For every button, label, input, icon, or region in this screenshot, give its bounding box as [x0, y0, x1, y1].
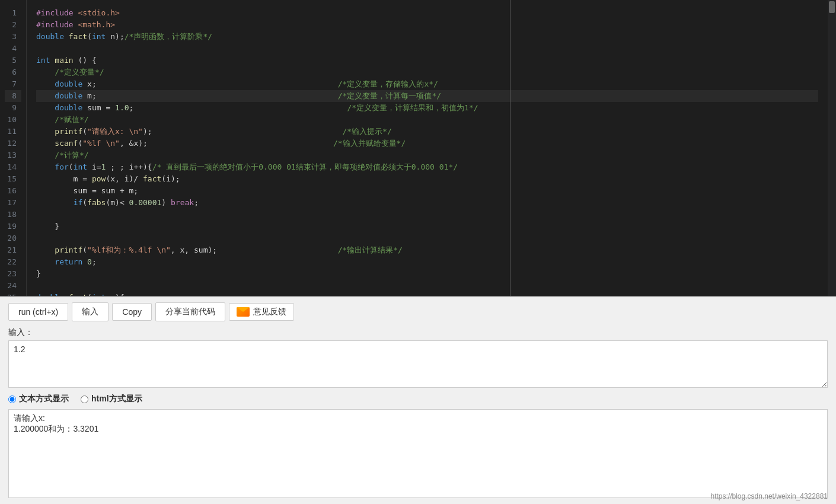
run-button[interactable]: run (ctrl+x) — [8, 303, 68, 321]
code-line-22: return 0; — [36, 256, 818, 268]
line-number-14: 14 — [5, 161, 21, 173]
input-button[interactable]: 输入 — [72, 302, 109, 321]
line-number-11: 11 — [5, 126, 21, 138]
code-line-11: printf("请输入x: \n"); /*输入提示*/ — [36, 126, 818, 138]
line-number-16: 16 — [5, 185, 21, 197]
line-number-25: 25 — [5, 292, 21, 296]
scroll-thumb[interactable] — [829, 1, 835, 13]
line-number-24: 24 — [5, 280, 21, 292]
line-number-4: 4 — [5, 43, 21, 55]
text-display-label: 文本方式显示 — [19, 394, 69, 404]
line-number-2: 2 — [5, 19, 21, 31]
code-line-18 — [36, 209, 818, 221]
code-content[interactable]: #include <stdio.h>#include <math.h>doubl… — [27, 0, 828, 296]
line-number-22: 22 — [5, 256, 21, 268]
line-number-19: 19 — [5, 221, 21, 232]
line-number-12: 12 — [5, 138, 21, 149]
line-number-23: 23 — [5, 268, 21, 280]
display-options: 文本方式显示 html方式显示 — [8, 394, 828, 404]
bottom-panel: run (ctrl+x) 输入 Copy 分享当前代码 意见反馈 输入： 文本方… — [0, 296, 836, 504]
line-number-21: 21 — [5, 244, 21, 256]
code-line-19: } — [36, 221, 818, 232]
code-line-13: /*计算*/ — [36, 149, 818, 161]
code-line-10: /*赋值*/ — [36, 114, 818, 126]
line-numbers: 1234567891011121314151617181920212223242… — [0, 0, 27, 296]
output-area: 请输入x: 1.200000和为：3.3201 — [8, 409, 828, 498]
code-line-1: #include <stdio.h> — [36, 7, 818, 19]
line-number-1: 1 — [5, 7, 21, 19]
line-number-18: 18 — [5, 209, 21, 221]
line-number-17: 17 — [5, 197, 21, 209]
code-line-5: int main () { — [36, 55, 818, 66]
code-line-6: /*定义变量*/ — [36, 66, 818, 78]
line-number-5: 5 — [5, 55, 21, 66]
feedback-label: 意见反馈 — [253, 307, 286, 317]
code-line-24 — [36, 280, 818, 292]
text-display-radio[interactable] — [8, 395, 16, 403]
code-line-21: printf("%lf和为：%.4lf \n", x, sum); /*输出计算… — [36, 244, 818, 256]
code-line-20 — [36, 232, 818, 244]
footer-link[interactable]: https://blog.csdn.net/weixin_4322881 — [711, 492, 828, 500]
html-display-radio[interactable] — [81, 395, 88, 403]
line-number-7: 7 — [5, 78, 21, 90]
code-line-15: m = pow(x, i)/ fact(i); — [36, 173, 818, 185]
email-icon — [237, 307, 250, 317]
code-line-14: for(int i=1 ; ; i++){/* 直到最后一项的绝对值小于0.00… — [36, 161, 818, 173]
input-label: 输入： — [8, 327, 828, 338]
code-line-25: double fact(int n){ — [36, 292, 818, 296]
code-line-2: #include <math.h> — [36, 19, 818, 31]
code-line-23: } — [36, 268, 818, 280]
text-display-option[interactable]: 文本方式显示 — [8, 394, 69, 404]
code-line-8: double m; /*定义变量，计算每一项值*/ — [36, 90, 818, 102]
toolbar: run (ctrl+x) 输入 Copy 分享当前代码 意见反馈 — [8, 302, 828, 321]
html-display-option[interactable]: html方式显示 — [81, 394, 142, 404]
copy-button[interactable]: Copy — [112, 303, 152, 321]
code-line-7: double x; /*定义变量，存储输入的x*/ — [36, 78, 818, 90]
line-number-13: 13 — [5, 149, 21, 161]
line-number-9: 9 — [5, 102, 21, 114]
input-textarea[interactable] — [8, 340, 828, 388]
line-number-10: 10 — [5, 114, 21, 126]
code-line-9: double sum = 1.0; /*定义变量，计算结果和，初值为1*/ — [36, 102, 818, 114]
feedback-button[interactable]: 意见反馈 — [229, 303, 294, 321]
line-number-6: 6 — [5, 66, 21, 78]
scrollbar[interactable] — [828, 0, 836, 296]
code-line-17: if(fabs(m)< 0.00001) break; — [36, 197, 818, 209]
code-editor: 1234567891011121314151617181920212223242… — [0, 0, 836, 296]
line-number-3: 3 — [5, 31, 21, 43]
line-number-8: 8 — [5, 90, 21, 102]
line-number-15: 15 — [5, 173, 21, 185]
code-line-4 — [36, 43, 818, 55]
html-display-label: html方式显示 — [91, 394, 142, 404]
code-line-3: double fact(int n);/*声明函数，计算阶乘*/ — [36, 31, 818, 43]
code-line-12: scanf("%lf \n", &x); /*输入并赋给变量*/ — [36, 138, 818, 149]
line-number-20: 20 — [5, 232, 21, 244]
code-line-16: sum = sum + m; — [36, 185, 818, 197]
share-button[interactable]: 分享当前代码 — [155, 302, 225, 321]
